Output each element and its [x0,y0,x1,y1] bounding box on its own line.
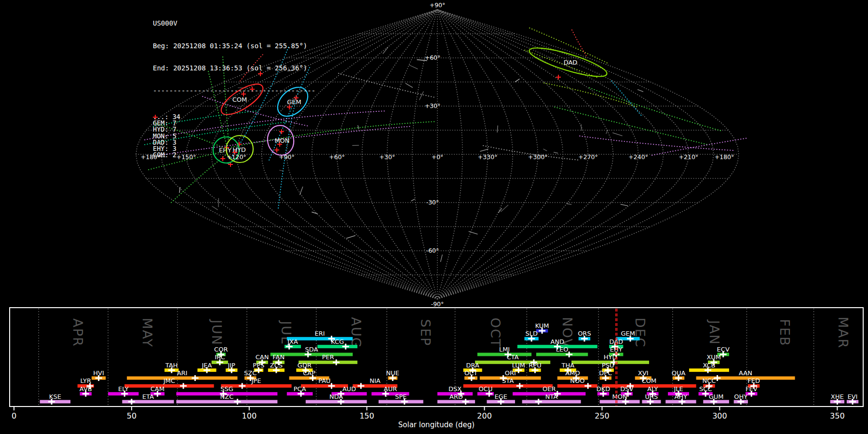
bar-KCG [317,345,357,348]
equator-label: +300° [528,153,548,161]
sporadic-meteor [498,208,502,213]
month-label-JUN: JUN [209,319,224,346]
bar-label-XCB: XCB [703,362,715,369]
equator-label: +240° [628,153,648,161]
shower-count-row: ...: 34 [153,114,315,120]
equator-label: +60° [329,153,345,161]
shower-count-row: DAD: 3 [153,139,315,146]
x-tick-label-200: 200 [477,411,492,420]
bar-LEO [536,353,588,356]
sporadic-meteor [497,125,498,132]
x-tick-label-0: 0 [12,411,16,420]
sporadic-meteor [554,152,558,153]
month-label-MAY: MAY [140,318,155,348]
bar-label-NIA: NIA [370,377,381,384]
bar-label-JPE: JPE [251,377,261,384]
bar-label-NOO: NOO [570,377,584,384]
bar-ARD [437,400,475,403]
meridian-line [437,10,513,299]
header-block: US000V Beg: 20251208 01:35:24 (sol = 255… [153,5,315,166]
month-label-MAR: MAR [836,317,851,349]
shower-count-list: ...: 34GEM: 7HYD: 7MON: 5DAD: 3EHY: 3COM… [153,114,315,158]
begin-time-line: Beg: 20251208 01:35:24 (sol = 255.85°) [153,42,315,50]
bar-label-OER: OER [542,385,556,393]
bar-label-GUM: GUM [709,393,724,400]
bar-label-CTA: CTA [507,353,519,361]
sporadic-meteor [420,91,424,100]
month-label-OCT: OCT [488,318,503,348]
x-tick-label-50: 50 [127,411,136,420]
bar-STA [463,384,553,388]
bar-label-PCA: PCA [294,385,306,393]
bar-label-PER: PER [322,353,334,361]
header-divider: ---------------------------------------- [153,87,315,95]
bar-SPE [379,400,423,403]
bar-label-HYD: HYD [604,353,617,361]
sporadic-meteor [358,125,359,129]
bar-KSE [40,400,70,403]
bar-NZC [176,400,278,403]
shower-count-row: GEM: 7 [153,120,315,126]
plot-canvas: COMGEMMONEHYHYDDAD+90°-90°+180°+150°+120… [0,0,868,434]
bar-label-AHY: AHY [675,393,688,400]
bar-label-NTA: NTA [545,393,558,400]
bar-label-STA: STA [502,377,514,384]
bar-JMC [124,384,214,388]
equator-label: +180° [715,153,734,161]
sporadic-meteor [409,65,418,69]
bar-label-AUD: AUD [342,385,356,393]
x-tick-label-150: 150 [359,411,374,420]
bar-label-OCU: OCU [479,385,493,393]
meridian-line [362,10,437,299]
x-tick-label-350: 350 [830,411,845,420]
bar-label-ERI: ERI [315,330,325,337]
sporadic-meteor [411,199,415,201]
station-id: US000V [153,20,315,27]
bar-PAU [301,384,348,388]
latitude-label: +60° [425,54,441,61]
equator-label: +330° [478,153,498,161]
shower-count-row: COM: 2 [153,152,315,158]
meteor-track [652,138,748,155]
bar-NDA [306,400,367,403]
equator-label: +270° [578,153,598,161]
meteor-track [589,88,722,131]
equator-label: +0° [432,153,444,161]
sporadic-meteor [612,133,622,136]
bar-label-KCG: KCG [331,338,344,345]
bar-label-ORI: ORI [505,369,516,377]
bar-label-CAP: CAP [303,369,315,377]
bar-label-ETA: ETA [142,393,154,400]
sporadic-meteor [480,149,488,151]
equator-label: +30° [380,153,395,161]
meteor-track [529,28,609,64]
screenshot-root: { "header": { "station": "US000V", "beg_… [0,0,868,434]
bar-label-AMO: AMO [565,369,580,377]
bar-MON [600,400,640,403]
radiant-label-DAD: DAD [564,59,578,66]
bar-label-LEO: LEO [556,346,569,353]
meteor-track [611,81,642,117]
sporadic-meteor [312,212,317,214]
latitude-label: -60° [426,247,439,254]
bar-LMI [477,353,531,356]
sporadic-meteor [543,149,547,151]
pole-label-south: -90° [431,300,444,308]
end-time-line: End: 20251208 13:36:53 (sol = 256.36°) [153,65,315,72]
sporadic-meteor [406,83,413,88]
latitude-label: +30° [425,102,441,109]
sporadic-meteor [515,79,519,82]
bar-ARI [127,376,237,380]
shower-count-row: HYD: 7 [153,126,315,133]
bar-label-ARI: ARI [177,369,188,377]
bar-label-GDR: GDR [298,362,312,369]
pole-label-north: +90° [430,1,446,9]
sporadic-meteor [441,255,443,262]
sporadic-meteor [279,170,283,171]
bar-label-PAU: PAU [318,377,330,384]
bar-label-GEM: GEM [621,330,635,337]
sporadic-meteor [212,206,217,210]
x-tick-label-250: 250 [595,411,610,420]
month-label-APR: APR [70,318,85,347]
x-axis-title: Solar longitude (deg) [398,420,475,429]
